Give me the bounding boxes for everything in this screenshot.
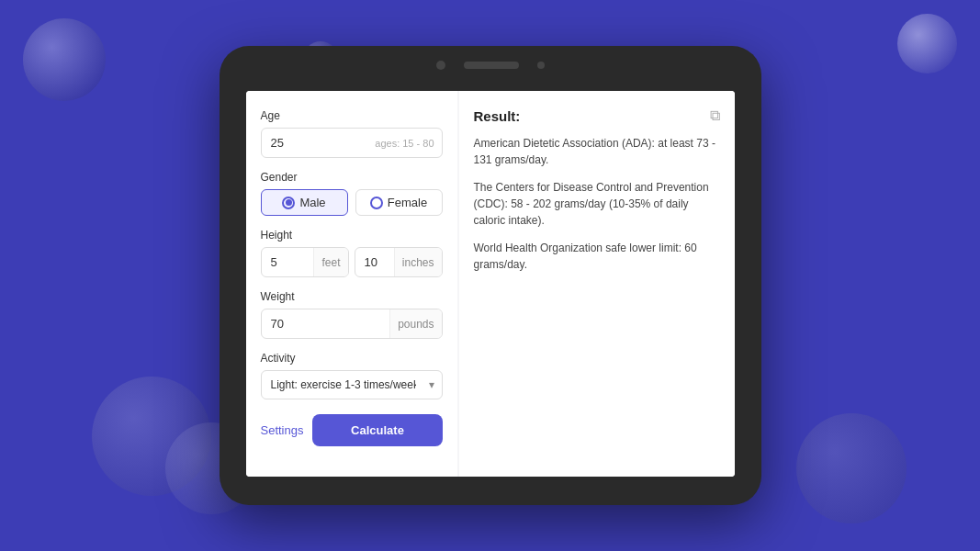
tablet-dot: [537, 62, 545, 69]
height-inches-wrapper: inches: [355, 247, 443, 277]
result-title: Result:: [474, 108, 521, 124]
height-feet-unit: feet: [313, 248, 347, 276]
activity-select[interactable]: Light: exercise 1-3 times/week Sedentary…: [262, 371, 442, 399]
result-panel: Result: ⧉ American Dietetic Association …: [459, 91, 735, 477]
gender-female-label: Female: [388, 196, 427, 209]
age-label: Age: [261, 109, 443, 122]
age-range-hint: ages: 15 - 80: [367, 138, 441, 149]
decorative-sphere-4: [92, 377, 211, 496]
decorative-sphere-3: [897, 14, 957, 73]
height-inches-input[interactable]: [355, 248, 394, 276]
weight-input[interactable]: [262, 309, 390, 338]
height-feet-wrapper: feet: [261, 247, 349, 277]
gender-row: Male Female: [261, 189, 443, 216]
height-inches-unit: inches: [394, 248, 442, 276]
height-label: Height: [261, 229, 443, 242]
copy-icon[interactable]: ⧉: [710, 107, 720, 124]
radio-female-dot: [370, 197, 383, 209]
decorative-sphere-1: [23, 18, 106, 101]
calculate-button[interactable]: Calculate: [312, 414, 442, 446]
height-row: feet inches: [261, 247, 443, 277]
tablet-screen: Age ages: 15 - 80 Gender Male Female: [246, 91, 735, 477]
weight-field-group: Weight pounds: [261, 290, 443, 339]
weight-label: Weight: [261, 290, 443, 303]
tablet-camera: [436, 61, 445, 70]
radio-male-dot: [282, 197, 295, 209]
tablet-top-bar: [220, 46, 761, 84]
age-input-wrapper: ages: 15 - 80: [261, 128, 443, 158]
form-panel: Age ages: 15 - 80 Gender Male Female: [246, 91, 457, 477]
gender-male-label: Male: [299, 196, 325, 209]
gender-field-group: Gender Male Female: [261, 171, 443, 216]
tablet-speaker: [464, 62, 519, 69]
gender-option-male[interactable]: Male: [261, 189, 348, 216]
gender-label: Gender: [261, 171, 443, 184]
activity-field-group: Activity Light: exercise 1-3 times/week …: [261, 352, 443, 399]
age-field-group: Age ages: 15 - 80: [261, 109, 443, 158]
gender-option-female[interactable]: Female: [355, 189, 443, 216]
age-input[interactable]: [262, 129, 368, 157]
result-header: Result: ⧉: [474, 107, 720, 124]
activity-select-wrapper: Light: exercise 1-3 times/week Sedentary…: [261, 370, 443, 399]
settings-button[interactable]: Settings: [261, 420, 304, 441]
weight-input-wrapper: pounds: [261, 309, 443, 339]
activity-label: Activity: [261, 352, 443, 365]
decorative-sphere-6: [796, 413, 907, 523]
result-ada: American Dietetic Association (ADA): at …: [474, 135, 720, 168]
height-field-group: Height feet inches: [261, 229, 443, 277]
result-text: American Dietetic Association (ADA): at …: [474, 135, 720, 273]
button-row: Settings Calculate: [261, 414, 443, 446]
tablet-frame: Age ages: 15 - 80 Gender Male Female: [220, 46, 761, 505]
result-who: World Health Organization safe lower lim…: [474, 240, 720, 273]
height-feet-input[interactable]: [262, 248, 314, 276]
weight-unit: pounds: [389, 309, 441, 338]
result-cdc: The Centers for Disease Control and Prev…: [474, 179, 720, 229]
